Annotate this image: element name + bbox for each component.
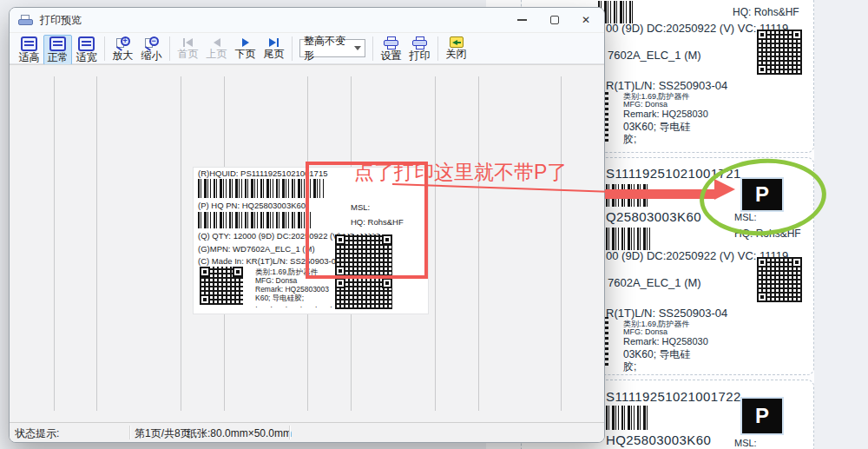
bg2-uid: S11119251021001721 bbox=[606, 166, 741, 181]
printer-settings-icon bbox=[384, 36, 399, 50]
qr-code bbox=[200, 267, 243, 305]
prev-page-button[interactable]: 上页 bbox=[202, 35, 231, 65]
label-made-in: (C) Made In: KR(1T)L/N: SS250903-04 bbox=[198, 256, 340, 266]
next-page-icon bbox=[242, 36, 249, 48]
close-preview-label: 关闭 bbox=[446, 49, 467, 60]
label-remark1: Remark: HQ25803003 bbox=[255, 285, 329, 294]
bg3-pn: HQ25803003K60 bbox=[606, 432, 711, 447]
normal-view-label: 正常 bbox=[48, 52, 69, 63]
minimize-button[interactable] bbox=[510, 10, 533, 30]
bg3-uid: S11119251021001722 bbox=[606, 389, 741, 404]
zoom-out-icon bbox=[144, 36, 160, 50]
scale-mode-select[interactable]: 整高不变形 bbox=[299, 39, 365, 57]
toolbar-separator bbox=[372, 36, 373, 61]
label-grid-line bbox=[561, 76, 562, 411]
close-preview-button[interactable]: 关闭 bbox=[442, 35, 470, 65]
prev-page-icon bbox=[214, 36, 220, 48]
p-logo: P bbox=[740, 177, 784, 212]
toolbar-separator bbox=[292, 36, 293, 61]
toolbar-separator bbox=[169, 36, 170, 61]
bg2-pn: Q25803003K60 bbox=[606, 209, 701, 224]
barcode bbox=[606, 228, 651, 250]
printer-icon bbox=[18, 15, 33, 26]
exit-icon bbox=[450, 36, 464, 48]
last-page-button[interactable]: 尾页 bbox=[260, 35, 288, 65]
bg1-remark1: Remark: HQ258030 bbox=[623, 109, 708, 119]
fit-height-label: 适高 bbox=[19, 52, 40, 63]
first-page-label: 首页 bbox=[178, 49, 199, 60]
print-settings-button[interactable]: 设置 bbox=[377, 35, 405, 65]
bg2-remark1: Remark: HQ258030 bbox=[623, 336, 708, 347]
chevron-down-icon bbox=[354, 46, 361, 50]
prev-page-label: 上页 bbox=[207, 49, 227, 60]
bg1-mfg: MFG: Donsa bbox=[623, 100, 667, 109]
label-grid-line bbox=[478, 76, 479, 411]
first-page-icon bbox=[183, 36, 193, 48]
title-bar[interactable]: 打印预览 ✕ bbox=[10, 8, 604, 32]
toolbar-separator bbox=[104, 36, 105, 61]
p-logo: P bbox=[740, 397, 784, 435]
fit-width-icon bbox=[78, 36, 95, 51]
bg2-mpn-line: 7602A_ELC_1 (M) bbox=[608, 276, 701, 289]
toolbar: 适高 正常 适宽 放大 缩小 首页 上页 下页 bbox=[10, 32, 604, 64]
fit-height-button[interactable]: 适高 bbox=[15, 35, 43, 65]
label-msl: MSL: bbox=[351, 202, 370, 212]
window-title: 打印预览 bbox=[40, 13, 82, 28]
normal-view-button[interactable]: 正常 bbox=[43, 35, 72, 65]
bg2-remark3: 胶; bbox=[623, 360, 636, 374]
qr-code bbox=[335, 278, 392, 309]
close-window-button[interactable]: ✕ bbox=[575, 10, 597, 30]
bg2-hq: HQ: Rohs&HF bbox=[734, 228, 801, 240]
first-page-button[interactable]: 首页 bbox=[174, 35, 202, 65]
scale-mode-value: 整高不变形 bbox=[304, 34, 354, 63]
label-grid-line bbox=[54, 76, 55, 411]
bg1-ln-line: R(1T)L/N: SS250903-04 bbox=[606, 79, 727, 92]
label-mfg: MFG: Donsa bbox=[255, 276, 297, 285]
bg1-remark3: 胶; bbox=[623, 132, 636, 147]
bg3-msl: MSL: bbox=[734, 438, 757, 448]
preview-page-label: (R)HQUID: PS11119251021001715 (P) HQ PN:… bbox=[194, 168, 428, 314]
barcode bbox=[606, 184, 648, 207]
print-preview-window: 打印预览 ✕ 适高 正常 适宽 放大 缩小 首页 bbox=[9, 7, 605, 443]
print-label: 打印 bbox=[410, 50, 431, 62]
next-page-button[interactable]: 下页 bbox=[231, 35, 260, 65]
fit-height-icon bbox=[21, 36, 37, 51]
bg2-ln-line: R(1T)L/N: SS250903-04 bbox=[606, 307, 727, 320]
toolbar-separator bbox=[437, 36, 438, 61]
maximize-button[interactable] bbox=[543, 10, 566, 30]
status-paper-info: 纸张:80.0mm×50.0mm bbox=[187, 426, 292, 441]
last-page-icon bbox=[269, 36, 279, 48]
last-page-label: 尾页 bbox=[264, 49, 285, 60]
zoom-in-button[interactable]: 放大 bbox=[108, 35, 137, 65]
qr-code bbox=[335, 234, 392, 276]
qr-code bbox=[757, 30, 802, 75]
fit-width-button[interactable]: 适宽 bbox=[72, 35, 101, 65]
maximize-icon bbox=[550, 16, 559, 24]
next-page-label: 下页 bbox=[235, 49, 256, 60]
printer-icon bbox=[412, 36, 428, 50]
fit-width-label: 适宽 bbox=[76, 52, 97, 63]
normal-view-icon bbox=[49, 36, 66, 51]
status-bar: 状态提示: 第1页/共8页 纸张:80.0mm×50.0mm bbox=[10, 422, 604, 442]
qr-code bbox=[757, 257, 802, 302]
label-grid-line bbox=[435, 76, 436, 411]
zoom-out-button[interactable]: 缩小 bbox=[137, 35, 166, 65]
status-hint: 状态提示: bbox=[15, 426, 59, 441]
bg2-msl: MSL: bbox=[734, 212, 757, 222]
label-grid-line bbox=[181, 76, 181, 411]
zoom-out-label: 缩小 bbox=[141, 50, 162, 62]
barcode bbox=[606, 406, 648, 430]
barcode bbox=[198, 212, 311, 228]
bg2-mfg: MFG: Donsa bbox=[623, 327, 667, 336]
print-button[interactable]: 打印 bbox=[405, 35, 434, 65]
preview-area[interactable]: (R)HQUID: PS11119251021001715 (P) HQ PN:… bbox=[10, 64, 604, 423]
print-settings-label: 设置 bbox=[381, 50, 402, 62]
zoom-in-icon bbox=[115, 36, 131, 50]
bg1-hq: HQ: Rohs&HF bbox=[733, 6, 799, 18]
bg1-mpn-line: 7602A_ELC_1 (M) bbox=[608, 49, 701, 62]
status-separator bbox=[289, 426, 290, 439]
minimize-icon bbox=[517, 19, 527, 21]
status-separator bbox=[129, 426, 130, 439]
close-icon: ✕ bbox=[582, 14, 590, 26]
label-grid-line bbox=[96, 76, 97, 411]
